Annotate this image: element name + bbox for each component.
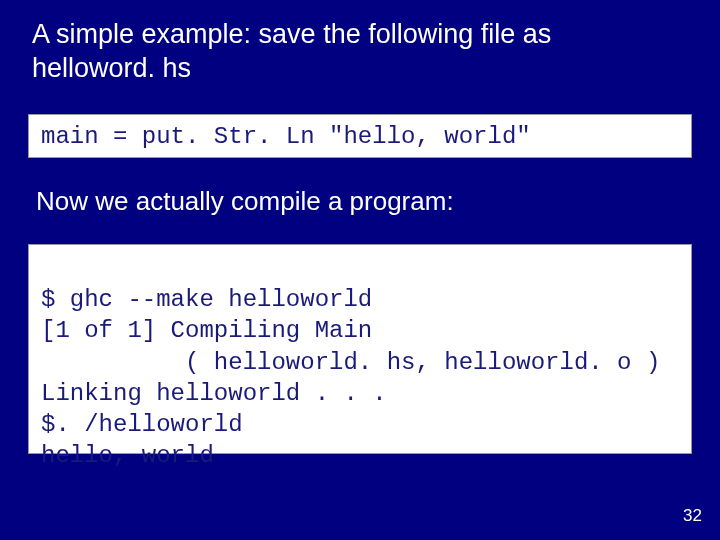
code-box-source: main = put. Str. Ln "hello, world" [28, 114, 692, 158]
code-box-terminal: $ ghc --make helloworld [1 of 1] Compili… [28, 244, 692, 454]
terminal-line: Linking helloworld . . . [41, 380, 387, 407]
terminal-line: ( helloworld. hs, helloworld. o ) [41, 349, 660, 376]
slide: A simple example: save the following fil… [0, 0, 720, 540]
slide-subtext: Now we actually compile a program: [36, 186, 454, 217]
slide-heading: A simple example: save the following fil… [32, 18, 672, 86]
terminal-line: $ ghc --make helloworld [41, 286, 372, 313]
terminal-line: $. /helloworld [41, 411, 243, 438]
terminal-line: hello, world [41, 442, 214, 469]
page-number: 32 [683, 506, 702, 526]
terminal-line: [1 of 1] Compiling Main [41, 317, 372, 344]
